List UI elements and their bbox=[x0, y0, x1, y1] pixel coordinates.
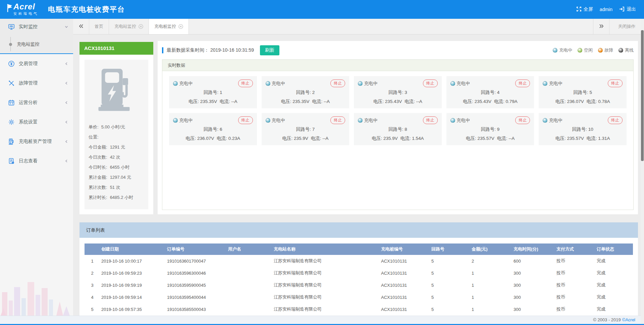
tab-首页[interactable]: 首页 bbox=[89, 19, 109, 34]
sidebar-item-label: 运营分析 bbox=[19, 100, 38, 106]
legend-item-充电中: 充电中 bbox=[553, 47, 572, 53]
current-value: 电流: --A bbox=[497, 136, 515, 141]
terminate-button[interactable]: 终止 bbox=[608, 116, 623, 124]
user-menu[interactable]: admin bbox=[600, 7, 612, 12]
row-index: 4 bbox=[85, 291, 100, 303]
terminate-button[interactable]: 终止 bbox=[423, 79, 438, 87]
tab-充电站监控[interactable]: 充电站监控 bbox=[109, 19, 149, 34]
tab-close-icon[interactable] bbox=[139, 24, 143, 29]
order-cell: 2019-10-16 10:00:17 bbox=[100, 255, 166, 267]
circuit-status-label: 充电中 bbox=[364, 117, 378, 123]
circuit-number: 回路号: 7 bbox=[266, 126, 345, 132]
circuit-number: 回路号: 3 bbox=[358, 90, 438, 96]
circuit-status: 充电中 bbox=[266, 80, 285, 87]
tab-label: 首页 bbox=[95, 23, 103, 30]
terminate-button[interactable]: 终止 bbox=[515, 116, 530, 124]
legend-label: 充电中 bbox=[559, 47, 572, 53]
orders-table-header: 创建日期订单编号用户名充电站名称充电桩编号回路号金额(元)充电时间(分)支付方式… bbox=[85, 243, 633, 255]
circuit-measurements: 电压: 235.43V电流: --A bbox=[358, 99, 438, 105]
voltage-value: 电压: 236.07V bbox=[555, 99, 584, 104]
tab-label: 充电站监控 bbox=[114, 23, 136, 30]
legend-item-空闲: 空闲 bbox=[578, 47, 593, 53]
sidebar: 实时监控充电站监控交易管理故障管理运营分析系统设置充电桩资产管理日志查看 bbox=[0, 19, 73, 316]
chevron-left-icon bbox=[64, 140, 68, 144]
tab-close-icon[interactable] bbox=[178, 24, 183, 29]
order-cell: ACX1010131 bbox=[380, 255, 430, 267]
current-value: 电流: --A bbox=[405, 99, 422, 104]
terminate-button[interactable]: 终止 bbox=[608, 79, 623, 87]
circuit-card-4: 充电中终止回路号: 4电压: 235.43V电流: 0.79A bbox=[446, 76, 534, 108]
scroll-tabs-left-button[interactable] bbox=[73, 19, 89, 34]
current-value: 电流: 0.23A bbox=[217, 136, 240, 141]
order-list-section: 订单列表 创建日期订单编号用户名充电站名称充电桩编号回路号金额(元)充电时间(分… bbox=[79, 222, 638, 316]
circuit-card-5: 充电中终止回路号: 5电压: 236.07V电流: 0.78A bbox=[539, 76, 627, 108]
circuit-number: 回路号: 10 bbox=[543, 126, 623, 132]
circuit-measurements: 电压: 235.57V电流: 1.31A bbox=[543, 136, 623, 142]
order-cell: 江苏安科瑞制造有限公司 bbox=[272, 255, 380, 267]
order-cell: 2019-10-16 09:59:23 bbox=[100, 267, 166, 279]
terminate-button[interactable]: 终止 bbox=[515, 79, 530, 87]
circuit-status: 充电中 bbox=[358, 117, 378, 123]
accent-bar bbox=[162, 47, 163, 53]
scrollbar-thumb[interactable] bbox=[641, 30, 644, 161]
footer-brand-link[interactable]: ©Acrel bbox=[622, 317, 635, 322]
refresh-button[interactable]: 刷新 bbox=[260, 45, 279, 55]
column-header-金额(元): 金额(元) bbox=[470, 243, 512, 255]
station-info-card: ACX1010131 bbox=[79, 42, 153, 214]
current-value: 电流: 1.31A bbox=[587, 136, 610, 141]
circuit-number: 回路号: 5 bbox=[543, 90, 623, 96]
order-cell: 江苏安科瑞制造有限公司 bbox=[272, 303, 380, 315]
circuit-card-1: 充电中终止回路号: 1电压: 235.35V电流: --A bbox=[169, 76, 257, 108]
circuit-number: 回路号: 6 bbox=[173, 126, 253, 132]
order-cell: 300 bbox=[512, 267, 555, 279]
order-cell: 完成 bbox=[595, 303, 633, 315]
sidebar-subitem-充电站监控[interactable]: 充电站监控 bbox=[0, 35, 73, 53]
tab-充电桩监控[interactable]: 充电桩监控 bbox=[149, 19, 189, 34]
monitor-icon bbox=[8, 23, 15, 30]
pile-monitor-panel: 最新数据采集时间：2019-10-16 10:31:59 刷新 充电中空闲故障离… bbox=[158, 41, 638, 214]
circuit-card-2: 充电中终止回路号: 2电压: 235.35V电流: --A bbox=[262, 76, 350, 108]
sidebar-item-故障管理[interactable]: 故障管理 bbox=[0, 73, 73, 93]
station-stat-line: 累计时长:6485.2 小时 bbox=[89, 193, 144, 203]
order-cell bbox=[227, 291, 272, 303]
tab-label: 充电桩监控 bbox=[154, 23, 176, 30]
circuit-status-label: 充电中 bbox=[364, 80, 378, 87]
stat-value: 1291 元 bbox=[110, 142, 125, 152]
city-skyline-decoration bbox=[0, 269, 73, 316]
stat-label: 今日金额: bbox=[89, 142, 107, 152]
status-dot-icon bbox=[543, 118, 547, 123]
terminate-button[interactable]: 终止 bbox=[330, 79, 345, 87]
fullscreen-button[interactable]: 全屏 bbox=[576, 6, 593, 13]
terminate-button[interactable]: 终止 bbox=[330, 116, 345, 124]
logo-title: Acrel bbox=[13, 2, 35, 11]
row-index: 3 bbox=[85, 279, 100, 291]
terminate-button[interactable]: 终止 bbox=[238, 116, 253, 124]
terminate-button[interactable]: 终止 bbox=[238, 79, 253, 87]
sidebar-item-系统设置[interactable]: 系统设置 bbox=[0, 112, 73, 132]
logout-button[interactable]: 退出 bbox=[619, 6, 636, 13]
page-title: 电瓶车充电桩收费平台 bbox=[48, 5, 125, 14]
vertical-scrollbar bbox=[641, 19, 644, 324]
sidebar-item-label: 实时监控 bbox=[19, 24, 38, 30]
current-value: 电流: 1.54A bbox=[400, 136, 424, 141]
order-cell: 1 bbox=[470, 303, 512, 315]
status-dot-icon bbox=[358, 81, 363, 86]
status-dot-icon bbox=[553, 48, 557, 53]
column-header-订单状态: 订单状态 bbox=[595, 243, 633, 255]
circuit-card-7: 充电中终止回路号: 7电压: 235.9V电流: --A bbox=[262, 113, 350, 145]
sidebar-item-运营分析[interactable]: 运营分析 bbox=[0, 93, 73, 112]
status-dot-icon bbox=[450, 118, 455, 123]
terminate-button[interactable]: 终止 bbox=[423, 116, 438, 124]
circuit-measurements: 电压: 235.43V电流: 0.79A bbox=[450, 99, 530, 105]
sidebar-item-充电桩资产管理[interactable]: 充电桩资产管理 bbox=[0, 132, 73, 151]
sidebar-item-实时监控[interactable]: 实时监控 bbox=[0, 19, 73, 35]
sidebar-item-日志查看[interactable]: 日志查看 bbox=[0, 151, 73, 171]
close-operations-menu[interactable]: 关闭操作 bbox=[609, 19, 644, 34]
chevron-left-icon bbox=[64, 101, 68, 105]
scroll-tabs-right-button[interactable] bbox=[593, 19, 609, 34]
sidebar-item-交易管理[interactable]: 交易管理 bbox=[0, 54, 73, 73]
stat-value: 5.00 小时/元 bbox=[101, 122, 125, 132]
order-cell: 5 bbox=[430, 279, 470, 291]
chevron-left-icon bbox=[64, 159, 68, 163]
chevron-left-icon bbox=[64, 81, 68, 85]
